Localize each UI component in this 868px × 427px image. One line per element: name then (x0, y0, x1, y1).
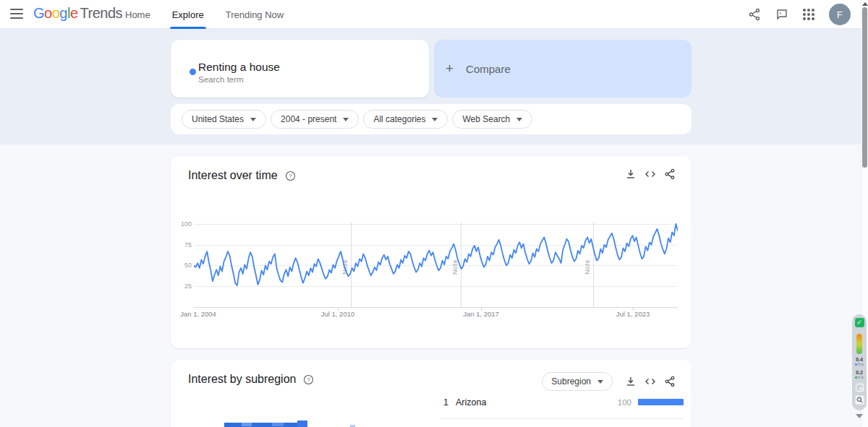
y-axis-tick: 25 (171, 282, 192, 290)
network-speed-down[interactable]: 0.4 K/s (855, 357, 864, 367)
compare-card[interactable]: + Compare (434, 40, 692, 98)
chart-actions (625, 168, 676, 180)
y-axis-tick: 100 (171, 220, 192, 228)
tab-explore[interactable]: Explore (161, 0, 215, 29)
screenshot-icon[interactable] (855, 383, 864, 392)
header-actions: F (748, 0, 851, 29)
download-icon[interactable] (625, 168, 637, 180)
share-icon[interactable] (664, 168, 676, 180)
search-term-card[interactable]: Renting a house Search term (171, 40, 429, 98)
chevron-down-icon (516, 118, 522, 121)
google-trends-logo[interactable]: GoogleTrends (33, 5, 122, 22)
chevron-down-icon (250, 118, 256, 121)
menu-icon[interactable] (10, 9, 23, 19)
subregion-name: Arizona (456, 397, 486, 407)
embed-icon[interactable] (644, 376, 656, 387)
extension-overlay-panel: ✓ 0.4 K/s 0.2 K/s (852, 314, 867, 410)
chevron-down-icon (432, 118, 438, 121)
subregion-actions: Subregion (542, 372, 676, 391)
interest-over-time-panel: Interest over time ? 100 75 50 25 Note N… (171, 156, 692, 348)
subregion-row[interactable]: 1 Arizona 100 (440, 396, 684, 409)
primary-tabs: Home Explore Trending Now (114, 0, 294, 29)
download-icon[interactable] (625, 376, 637, 387)
svg-text:?: ? (289, 173, 292, 179)
subregion-rank: 1 (443, 397, 448, 407)
filter-search-type[interactable]: Web Search (452, 110, 532, 129)
app-header: GoogleTrends Home Explore Trending Now F (0, 0, 868, 29)
trend-line-chart (194, 220, 678, 309)
filter-category[interactable]: All categories (363, 110, 448, 129)
interest-over-time-title: Interest over time (188, 169, 278, 182)
compare-label: Compare (466, 63, 511, 75)
us-map-top-edge[interactable] (224, 420, 358, 427)
interest-by-subregion-panel: Interest by subregion ? Subregion 1 Ariz… (171, 360, 692, 427)
help-icon[interactable]: ? (285, 171, 296, 181)
plus-icon: + (446, 61, 454, 77)
search-term-subtitle: Search term (198, 75, 244, 84)
help-icon[interactable]: ? (303, 374, 314, 385)
x-axis-label: Jan 1, 2004 (173, 310, 224, 318)
interest-by-subregion-title: Interest by subregion (188, 373, 296, 386)
scrollbar-thumb[interactable] (862, 7, 867, 168)
google-apps-icon[interactable] (803, 9, 814, 20)
interest-over-time-chart[interactable]: 100 75 50 25 Note Note Note Jan 1, 2004 … (171, 210, 692, 325)
share-icon[interactable] (664, 376, 676, 387)
shield-check-icon[interactable]: ✓ (855, 318, 864, 327)
x-axis-label: Jul 1, 2010 (312, 310, 363, 318)
subregion-bar (638, 399, 684, 405)
subregion-dropdown[interactable]: Subregion (542, 372, 613, 391)
up-dot (855, 376, 857, 379)
divider (440, 418, 684, 419)
magnifier-icon[interactable] (855, 395, 864, 405)
share-icon[interactable] (748, 8, 761, 21)
filter-time-range[interactable]: 2004 - present (271, 110, 359, 129)
tab-trending-now[interactable]: Trending Now (215, 0, 294, 29)
meter-gradient-bar[interactable] (856, 334, 862, 354)
active-tab-underline (170, 27, 206, 29)
svg-text:?: ? (307, 376, 311, 383)
scrollbar-up-arrow[interactable] (862, 2, 868, 6)
network-speed-up[interactable]: 0.2 K/s (855, 370, 864, 380)
y-axis-tick: 75 (171, 241, 192, 249)
logo-google-text: Google (33, 5, 78, 21)
filter-geo[interactable]: United States (182, 110, 266, 129)
feedback-icon[interactable] (775, 8, 788, 21)
filter-bar: United States 2004 - present All categor… (171, 104, 692, 134)
embed-icon[interactable] (644, 168, 656, 180)
tab-home[interactable]: Home (114, 0, 161, 29)
x-axis-label: Jan 1, 2017 (456, 310, 506, 318)
down-dot (855, 363, 857, 366)
y-axis-tick: 50 (171, 262, 192, 269)
extension-collapse-arrow[interactable] (856, 414, 863, 418)
trend-line (194, 224, 678, 285)
x-axis-label: Jul 1, 2023 (608, 310, 658, 318)
chevron-down-icon (597, 380, 603, 384)
account-avatar[interactable]: F (829, 4, 851, 25)
series-color-dot (190, 69, 196, 75)
subregion-value: 100 (618, 398, 631, 407)
search-term-title: Renting a house (198, 61, 280, 74)
chevron-down-icon (343, 118, 349, 121)
